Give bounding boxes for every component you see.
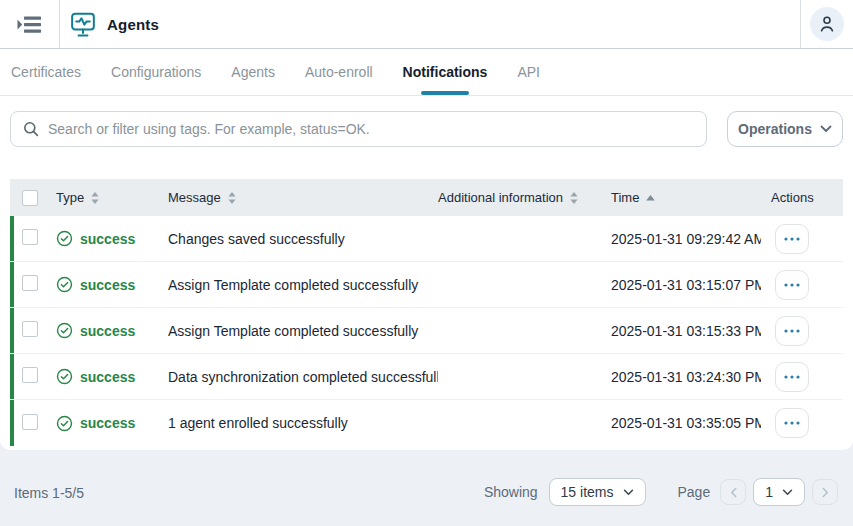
chevron-down-icon xyxy=(782,489,793,496)
sidebar-toggle-button[interactable] xyxy=(0,0,60,48)
page-size-value: 15 items xyxy=(561,484,614,500)
operations-button[interactable]: Operations xyxy=(727,111,843,147)
sort-ascending-icon xyxy=(646,195,655,201)
column-header-message[interactable]: Message xyxy=(168,190,438,205)
type-label: success xyxy=(80,277,135,293)
toolbar: Operations xyxy=(0,96,853,179)
topbar: Agents xyxy=(0,0,853,49)
items-summary: Items 1-5/5 xyxy=(14,485,84,506)
message-cell: Data synchronization completed successfu… xyxy=(168,369,438,385)
message-cell: Assign Template completed successfully xyxy=(168,323,438,339)
column-label-time: Time xyxy=(611,190,639,205)
time-cell: 2025-01-31 09:29:42 AM xyxy=(611,231,761,247)
row-actions-button[interactable] xyxy=(775,408,809,438)
tab-configurations[interactable]: Configurations xyxy=(110,49,202,95)
row-actions-button[interactable] xyxy=(775,270,809,300)
previous-page-button[interactable] xyxy=(720,479,746,505)
ellipsis-icon xyxy=(784,329,800,333)
notifications-table: Type Message Additional information Time xyxy=(10,179,843,446)
chevron-right-icon xyxy=(822,487,829,498)
content-panel: Agents Certificates Configurations Agent… xyxy=(0,0,853,450)
search-icon xyxy=(23,121,39,137)
column-label-message: Message xyxy=(168,190,221,205)
table-body: success Changes saved successfully 2025-… xyxy=(10,216,843,446)
showing-label: Showing xyxy=(484,484,538,500)
operations-label: Operations xyxy=(738,121,812,137)
tab-notifications[interactable]: Notifications xyxy=(402,49,489,95)
column-header-actions: Actions xyxy=(761,190,843,205)
time-cell: 2025-01-31 03:15:33 PM xyxy=(611,323,761,339)
next-page-button[interactable] xyxy=(812,479,838,505)
topbar-right xyxy=(800,0,853,48)
page-title: Agents xyxy=(107,16,159,33)
status-badge: success xyxy=(56,415,168,432)
row-checkbox[interactable] xyxy=(22,367,38,383)
column-header-time[interactable]: Time xyxy=(611,190,761,205)
pagination-footer: Items 1-5/5 Showing 15 items Page 1 xyxy=(0,450,853,518)
tab-agents[interactable]: Agents xyxy=(230,49,276,95)
column-label-additional-information: Additional information xyxy=(438,190,563,205)
row-status-accent xyxy=(10,400,14,446)
tab-api[interactable]: API xyxy=(516,49,541,95)
chevron-down-icon xyxy=(623,489,634,496)
status-badge: success xyxy=(56,276,168,293)
status-badge: success xyxy=(56,322,168,339)
chevron-left-icon xyxy=(730,487,737,498)
column-label-actions: Actions xyxy=(771,190,814,205)
check-circle-icon xyxy=(56,230,73,247)
sort-icon xyxy=(570,192,578,204)
user-avatar-button[interactable] xyxy=(810,7,844,41)
time-cell: 2025-01-31 03:35:05 PM xyxy=(611,415,761,431)
tab-auto-enroll[interactable]: Auto-enroll xyxy=(304,49,374,95)
row-actions-button[interactable] xyxy=(775,224,809,254)
check-circle-icon xyxy=(56,415,73,432)
table-row: success Data synchronization completed s… xyxy=(10,354,843,400)
page-size-select[interactable]: 15 items xyxy=(549,478,646,506)
message-cell: Changes saved successfully xyxy=(168,231,438,247)
table-row: success 1 agent enrolled successfully 20… xyxy=(10,400,843,446)
row-status-accent xyxy=(10,216,14,261)
row-status-accent xyxy=(10,308,14,353)
row-status-accent xyxy=(10,262,14,307)
tab-certificates[interactable]: Certificates xyxy=(10,49,82,95)
table-row: success Assign Template completed succes… xyxy=(10,262,843,308)
row-checkbox[interactable] xyxy=(22,229,38,245)
row-actions-button[interactable] xyxy=(775,362,809,392)
agents-monitor-icon xyxy=(69,11,97,38)
sort-icon xyxy=(91,192,99,204)
ellipsis-icon xyxy=(784,375,800,379)
ellipsis-icon xyxy=(784,421,800,425)
type-label: success xyxy=(80,231,135,247)
column-header-type[interactable]: Type xyxy=(56,190,168,205)
row-actions-button[interactable] xyxy=(775,316,809,346)
ellipsis-icon xyxy=(784,237,800,241)
check-circle-icon xyxy=(56,368,73,385)
row-checkbox[interactable] xyxy=(22,275,38,291)
type-label: success xyxy=(80,323,135,339)
message-cell: 1 agent enrolled successfully xyxy=(168,415,438,431)
select-all-checkbox[interactable] xyxy=(22,190,38,206)
tabbar: Certificates Configurations Agents Auto-… xyxy=(0,49,853,96)
status-badge: success xyxy=(56,368,168,385)
ellipsis-icon xyxy=(784,283,800,287)
row-checkbox[interactable] xyxy=(22,414,38,430)
menu-unfold-icon xyxy=(16,13,43,36)
row-status-accent xyxy=(10,354,14,399)
column-header-additional-information[interactable]: Additional information xyxy=(438,190,611,205)
type-label: success xyxy=(80,369,135,385)
title-wrap: Agents xyxy=(60,0,159,48)
status-badge: success xyxy=(56,230,168,247)
search-box xyxy=(10,111,707,147)
type-label: success xyxy=(80,415,135,431)
search-input[interactable] xyxy=(48,121,694,137)
page-number-select[interactable]: 1 xyxy=(753,478,805,506)
message-cell: Assign Template completed successfully xyxy=(168,277,438,293)
check-circle-icon xyxy=(56,276,73,293)
table-row: success Assign Template completed succes… xyxy=(10,308,843,354)
page-number-value: 1 xyxy=(765,484,773,500)
column-label-type: Type xyxy=(56,190,84,205)
user-icon xyxy=(817,14,837,34)
row-checkbox[interactable] xyxy=(22,321,38,337)
chevron-down-icon xyxy=(820,125,832,133)
time-cell: 2025-01-31 03:15:07 PM xyxy=(611,277,761,293)
